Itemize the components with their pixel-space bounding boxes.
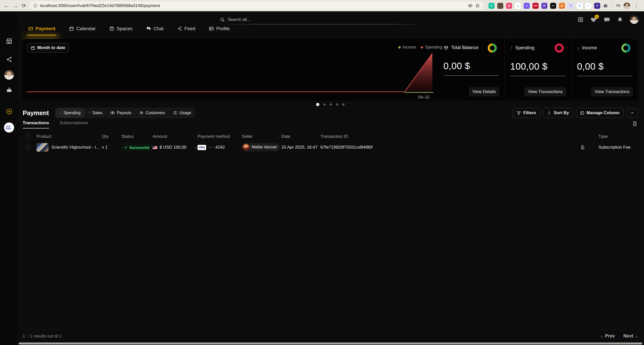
chip-sales[interactable]: ↑ Sales: [85, 108, 106, 117]
carousel-dot[interactable]: [342, 103, 345, 106]
view-transactions-button[interactable]: View Transactions: [524, 87, 566, 97]
u-extension-icon[interactable]: U: [594, 3, 600, 9]
storefront-icon[interactable]: [4, 35, 15, 47]
c-extension-icon[interactable]: C: [577, 3, 583, 9]
extension-glyph: G: [543, 5, 545, 7]
reload-button[interactable]: ⟳: [22, 3, 26, 8]
chip-spending[interactable]: ↓ Spending: [56, 108, 84, 117]
status-label: Successful: [129, 145, 149, 150]
legend-label: Income: [403, 45, 416, 50]
forward-button[interactable]: →: [13, 3, 18, 8]
sidebar-user-avatar[interactable]: [4, 69, 15, 80]
select-all-checkbox[interactable]: [26, 134, 30, 139]
tab-calendar[interactable]: Calendar: [69, 26, 96, 35]
chip-label: Spending: [63, 111, 81, 115]
product-name: Scientific Highschool - II BIEN...: [51, 145, 100, 150]
chip-payouts[interactable]: Payouts: [107, 108, 135, 117]
amount-value: $ USD 100,00: [160, 145, 186, 150]
next-page-button[interactable]: Next ›: [623, 333, 637, 339]
carousel-dot[interactable]: [330, 103, 332, 106]
usage-chart-icon: [173, 111, 177, 115]
reading-list-icon[interactable]: [616, 3, 621, 8]
chip-label: Payouts: [117, 111, 131, 115]
tab-spaces[interactable]: Spaces: [109, 26, 132, 35]
search-input[interactable]: [228, 17, 426, 22]
browser-profile-avatar[interactable]: [624, 3, 630, 9]
extension-glyph: 文: [508, 5, 510, 7]
blackbox-extension-icon[interactable]: ••: [550, 3, 556, 9]
back-button[interactable]: ←: [4, 3, 9, 8]
tab-chat[interactable]: Chat: [146, 26, 164, 35]
extensions-puzzle-icon[interactable]: [603, 3, 608, 8]
date-range-button[interactable]: Month to date: [27, 43, 69, 53]
chip-usage[interactable]: Usage: [169, 108, 195, 117]
tab-subscriptions[interactable]: Subscriptions: [60, 120, 88, 128]
toolbar-divider: [612, 3, 612, 9]
type-cell: Subscription Fee: [598, 145, 638, 150]
button-label: Sort By: [554, 110, 569, 115]
manage-column-button[interactable]: Manage Column: [576, 108, 624, 118]
bookmark-star-icon[interactable]: [475, 3, 480, 8]
invoice-cell: [580, 145, 598, 150]
site-info-icon[interactable]: [33, 4, 37, 8]
balance-donut-icon: [488, 44, 497, 53]
sort-by-button[interactable]: Sort By: [543, 108, 573, 118]
view-transactions-button[interactable]: View Transactions: [591, 87, 633, 97]
card-total-balance: Total Balance 0,00 $ View Details: [438, 39, 504, 101]
browser-menu-icon[interactable]: ⋮: [633, 3, 640, 9]
grammarly-extension-icon[interactable]: G: [488, 3, 495, 9]
notifications-bell-icon[interactable]: [617, 17, 623, 23]
prev-page-button[interactable]: ‹ Prev: [601, 333, 615, 339]
share-icon[interactable]: [4, 54, 15, 65]
filters-button[interactable]: Filters: [513, 108, 540, 118]
extension-glyph: ABP: [534, 5, 538, 7]
carousel-dot[interactable]: [336, 103, 338, 106]
bluebird-extension-icon[interactable]: ✦: [568, 3, 574, 9]
view-details-button[interactable]: View Details: [469, 87, 499, 97]
card-income: ↓ Income 0,00 $ View Transactions: [571, 39, 638, 101]
carousel-dot[interactable]: [316, 103, 319, 106]
plant-extension-icon[interactable]: [497, 3, 503, 9]
messages-icon[interactable]: [604, 17, 610, 23]
seller-cell: Mattia Vaccari: [242, 143, 281, 152]
income-donut-icon: [621, 44, 630, 53]
collapse-panel-button[interactable]: [627, 108, 638, 118]
tab-payment[interactable]: Payment: [28, 26, 55, 35]
nimbus-extension-icon[interactable]: △: [515, 3, 521, 9]
orange-extension-icon[interactable]: ◎: [559, 3, 565, 9]
archdaily-logo[interactable]: arch daily: [4, 122, 15, 133]
reading-mode-eye-icon[interactable]: [468, 3, 473, 8]
add-icon[interactable]: [4, 106, 15, 117]
button-label: Manage Column: [587, 110, 620, 115]
translate-extension-icon[interactable]: 文: [506, 3, 512, 9]
table-tabs: Transactions Subscriptions: [23, 120, 88, 128]
tab-profile[interactable]: Profile: [209, 26, 230, 35]
apps-grid-icon[interactable]: [578, 17, 584, 23]
extension-glyph: ✦: [570, 5, 572, 7]
table-header-row: Product Qty Status Amount Payment method…: [23, 132, 638, 141]
tab-transactions[interactable]: Transactions: [23, 120, 49, 128]
extension-glyph: C: [579, 5, 580, 7]
adblock-plus-extension-icon[interactable]: ABP: [533, 3, 539, 9]
g-purple-extension-icon[interactable]: G: [541, 3, 547, 9]
global-search[interactable]: [218, 15, 427, 24]
user-avatar[interactable]: [630, 15, 638, 24]
arrow-up-icon: ↑: [510, 45, 513, 51]
export-file-icon[interactable]: [632, 121, 637, 126]
seller-pill[interactable]: Mattia Vaccari: [242, 143, 280, 151]
scrollbar-thumb[interactable]: [19, 342, 642, 344]
chip-customers[interactable]: Customers: [136, 108, 169, 117]
carousel-dot[interactable]: [323, 103, 326, 106]
tab-label: Payment: [35, 26, 55, 31]
visa-badge: VISA: [198, 145, 206, 150]
table-row[interactable]: Scientific Highschool - II BIEN... x 1 ✓…: [23, 141, 638, 154]
tab-feed[interactable]: Feed: [177, 26, 195, 35]
row-checkbox[interactable]: [26, 145, 30, 150]
transactions-table: Product Qty Status Amount Payment method…: [23, 132, 638, 154]
invoice-file-icon[interactable]: [580, 145, 585, 150]
address-bar[interactable]: localhost:3000/user/hub/67f4ed22e14d7689…: [30, 2, 483, 10]
reader-icon[interactable]: [4, 84, 15, 96]
favorites-heart-icon[interactable]: 1: [590, 16, 597, 23]
purple-ball-extension-icon[interactable]: ●: [524, 3, 530, 9]
check-extension-icon[interactable]: ✓: [585, 3, 591, 9]
